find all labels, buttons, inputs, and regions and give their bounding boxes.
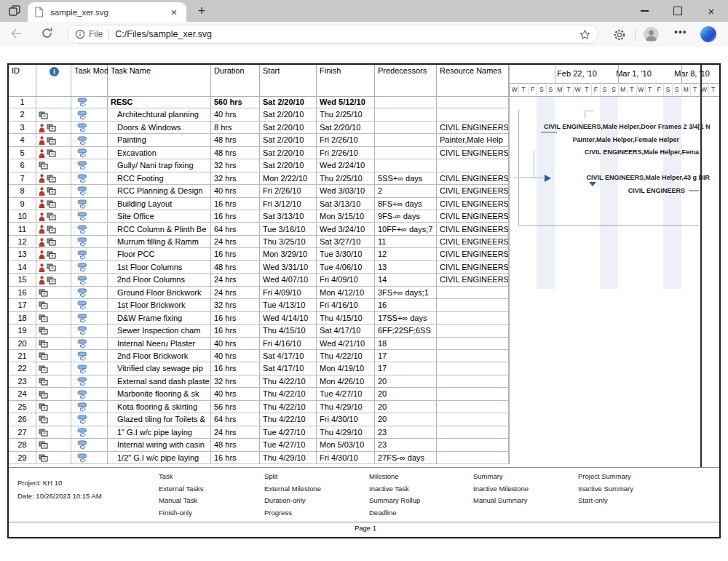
task-mode-cell xyxy=(71,452,108,464)
task-mode-cell xyxy=(71,236,108,248)
predecessors-cell: 8FS+∞ days xyxy=(375,198,437,210)
table-row: 24 Marbonite flooring & sk 40 hrs Thu 4/… xyxy=(9,388,509,400)
task-id: 20 xyxy=(9,338,36,350)
predecessors-cell: 17 xyxy=(375,350,437,362)
overallocated-resource-icon xyxy=(39,199,45,208)
table-row: 21 2nd Floor Brickwork 40 hrs Sat 4/17/1… xyxy=(9,350,509,362)
back-icon[interactable] xyxy=(10,28,23,43)
manual-task-mode-icon xyxy=(77,301,87,310)
table-row: 20 Internal Neeru Plaster 40 hrs Fri 4/1… xyxy=(9,338,509,350)
assignment-case-icon xyxy=(39,415,48,423)
manual-task-mode-icon xyxy=(77,148,87,158)
more-menu-icon[interactable]: ••• xyxy=(674,26,687,38)
task-mode-cell xyxy=(71,159,108,172)
col-header-task-name: Task Name xyxy=(108,65,211,96)
resources-cell: CIVIL ENGINEERS,M xyxy=(437,210,509,223)
resources-cell xyxy=(437,401,509,413)
duration-cell: 16 hrs xyxy=(211,362,260,375)
start-cell: Fri 4/16/10 xyxy=(260,338,317,350)
col-header-duration: Duration xyxy=(211,65,260,96)
resources-cell xyxy=(437,325,509,337)
project-name-label: Project: KH 10 xyxy=(17,479,62,487)
finish-cell: Tue 4/27/10 xyxy=(317,388,375,400)
close-button[interactable]: × xyxy=(695,0,728,22)
start-cell: Tue 4/27/10 xyxy=(260,426,317,439)
tab-strip: sample_xer.svg × + × xyxy=(0,0,728,22)
start-cell: Sat 4/17/10 xyxy=(260,362,317,375)
duration-cell: 32 hrs xyxy=(211,172,260,185)
copilot-icon[interactable] xyxy=(700,26,716,42)
duration-cell: 16 hrs xyxy=(211,325,260,337)
manual-task-mode-icon xyxy=(77,98,87,107)
col-header-start: Start xyxy=(260,65,317,96)
resources-cell: CIVIL ENGINEERS,M xyxy=(437,261,509,274)
finish-cell: Thu 4/29/10 xyxy=(317,426,375,439)
url-text[interactable]: C:/Files/sample_xer.svg xyxy=(115,29,579,39)
start-cell: Sat 2/20/10 xyxy=(260,122,317,134)
start-cell: Sat 2/20/10 xyxy=(260,96,317,108)
task-id: 21 xyxy=(9,350,36,362)
task-name-cell: Kota flooring & skirting xyxy=(108,401,211,413)
task-mode-cell xyxy=(71,426,108,439)
finish-cell: Mon 4/12/10 xyxy=(317,287,375,299)
task-mode-cell xyxy=(71,147,108,159)
task-name-cell: 1" G.I w/c pipe laying xyxy=(108,426,211,439)
finish-cell: Mon 3/15/10 xyxy=(317,210,375,223)
resources-cell: CIVIL ENGINEERS,M xyxy=(437,274,509,286)
overallocated-resource-icon xyxy=(39,263,45,272)
info-page-icon[interactable] xyxy=(75,29,85,39)
table-row: 1 RESC 560 hrs Sat 2/20/10 Wed 5/12/10 xyxy=(9,96,509,108)
overallocated-resource-icon xyxy=(39,212,45,221)
task-name-cell: Excavation xyxy=(108,147,211,159)
duration-cell: 24 hrs xyxy=(211,426,260,439)
refresh-icon[interactable] xyxy=(41,27,53,42)
duration-cell: 40 hrs xyxy=(211,185,260,197)
task-bar xyxy=(541,132,557,133)
task-name-cell: Ground Floor Brickwork xyxy=(108,287,211,299)
new-tab-button[interactable]: + xyxy=(194,3,210,19)
legend-label: Manual Summary xyxy=(473,496,527,504)
manual-task-mode-icon xyxy=(77,123,87,132)
indicators-cell xyxy=(36,362,71,375)
manual-task-mode-icon xyxy=(77,237,87,247)
workspaces-icon[interactable] xyxy=(7,4,23,18)
predecessors-cell: 27FS-∞ days xyxy=(375,452,437,464)
favorite-star-icon[interactable] xyxy=(579,29,590,40)
finish-cell: Wed 3/03/10 xyxy=(317,185,375,197)
indicators-cell xyxy=(36,236,71,248)
finish-cell: Thu 2/25/10 xyxy=(317,108,375,121)
tab-close-icon[interactable]: × xyxy=(168,7,180,17)
predecessors-cell: 6FF;22SF;6SS xyxy=(375,325,437,337)
col-header-id: ID xyxy=(9,65,36,96)
task-id: 4 xyxy=(9,134,36,146)
resource-annotation: CIVIL ENGINEERS,Male Helper,43 g BIR xyxy=(587,174,710,181)
start-cell: Mon 3/29/10 xyxy=(260,248,317,260)
finish-cell: Fri 4/09/10 xyxy=(317,274,375,286)
start-cell: Thu 4/22/10 xyxy=(260,401,317,413)
task-id: 29 xyxy=(9,452,36,464)
resources-cell xyxy=(437,362,509,375)
assignment-case-icon xyxy=(39,314,48,322)
resources-cell: CIVIL ENGINEERS,M xyxy=(437,223,509,236)
profile-avatar[interactable] xyxy=(644,27,659,42)
browser-essentials-icon[interactable] xyxy=(612,27,628,43)
minimize-button[interactable] xyxy=(628,0,661,22)
overallocated-resource-icon xyxy=(39,136,45,145)
table-row: 6 Gully/ Nani trap fixing 32 hrs Sat 2/2… xyxy=(9,159,509,172)
indicators-cell xyxy=(36,96,71,108)
manual-task-mode-icon xyxy=(77,365,87,374)
address-bar[interactable]: File C:/Files/sample_xer.svg xyxy=(67,25,598,44)
indicators-cell xyxy=(36,172,71,185)
task-id: 7 xyxy=(9,172,36,185)
maximize-button[interactable] xyxy=(661,0,695,22)
assignment-case-icon xyxy=(47,251,56,259)
resources-cell: CIVIL ENGINEERS,M xyxy=(437,236,509,248)
start-cell: Thu 4/22/10 xyxy=(260,375,317,388)
window-controls: × xyxy=(628,0,728,22)
browser-tab[interactable]: sample_xer.svg × xyxy=(28,2,186,22)
task-id: 9 xyxy=(9,198,36,210)
indicators-cell xyxy=(36,108,71,121)
day-letter: F xyxy=(654,83,662,96)
start-cell: Mon 2/22/10 xyxy=(260,172,317,185)
start-cell: Tue 4/13/10 xyxy=(260,299,317,311)
